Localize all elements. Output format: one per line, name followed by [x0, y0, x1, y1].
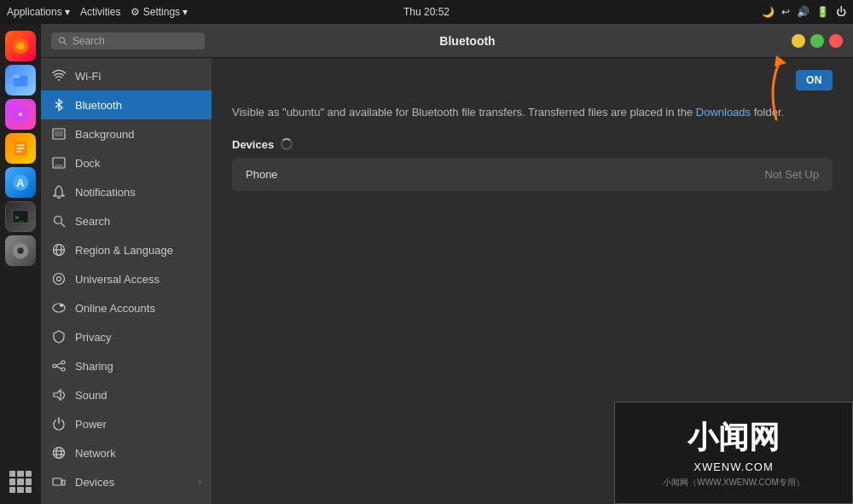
svg-point-6	[19, 113, 22, 116]
sidebar-label-bluetooth: Bluetooth	[75, 99, 122, 112]
settings-search[interactable]	[51, 32, 205, 49]
svg-rect-44	[62, 480, 65, 485]
search-sidebar-icon	[51, 213, 67, 229]
online-icon	[51, 300, 67, 316]
bluetooth-toggle[interactable]: ON	[796, 70, 833, 90]
svg-line-18	[64, 42, 67, 44]
maximize-button[interactable]: □	[810, 34, 824, 48]
svg-point-32	[60, 304, 63, 307]
close-button[interactable]: ×	[829, 34, 843, 48]
sidebar-item-sharing[interactable]: Sharing	[41, 351, 212, 380]
svg-point-17	[59, 37, 64, 42]
minimize-button[interactable]: −	[792, 34, 805, 48]
bluetooth-icon	[51, 97, 67, 113]
dock-settings[interactable]	[5, 235, 36, 266]
table-row[interactable]: Phone Not Set Up	[232, 158, 833, 191]
devices-table: Phone Not Set Up	[232, 158, 833, 191]
svg-marker-38	[54, 390, 61, 400]
devices-arrow-icon: ›	[199, 478, 201, 487]
sharing-icon	[51, 358, 67, 374]
app-dock: A >_	[0, 24, 41, 504]
svg-rect-9	[16, 148, 24, 149]
settings-menu[interactable]: ⚙ Settings ▾	[131, 6, 188, 18]
sidebar-item-power[interactable]: Power	[41, 409, 212, 438]
sidebar-item-search[interactable]: Search	[41, 206, 212, 235]
sidebar-label-online: Online Accounts	[75, 302, 155, 315]
device-name: Phone	[246, 168, 764, 181]
sidebar-item-background[interactable]: Background	[41, 119, 212, 148]
sidebar-label-devices: Devices	[75, 476, 114, 489]
svg-rect-3	[14, 76, 20, 78]
titlebar-left	[51, 32, 205, 49]
titlebar: Bluetooth − □ ×	[41, 24, 853, 58]
settings-sidebar: Wi-Fi Bluetooth Background Dock	[41, 58, 212, 504]
dock-icon-sidebar	[51, 155, 67, 171]
sidebar-item-bluetooth[interactable]: Bluetooth	[41, 90, 212, 119]
dock-music[interactable]	[5, 99, 36, 130]
sidebar-item-network[interactable]: Network	[41, 438, 212, 467]
dock-pages[interactable]	[5, 133, 36, 164]
sound-icon	[51, 387, 67, 403]
topbar-left: Applications ▾ Activities ⚙ Settings ▾	[7, 6, 188, 18]
svg-point-30	[57, 277, 61, 281]
activities-button[interactable]: Activities	[80, 6, 120, 18]
svg-line-25	[61, 223, 65, 227]
sidebar-item-dock[interactable]: Dock	[41, 148, 212, 177]
dock-appstore[interactable]: A	[5, 167, 36, 198]
sidebar-item-privacy[interactable]: Privacy	[41, 322, 212, 351]
sidebar-item-universal[interactable]: Universal Access	[41, 264, 212, 293]
downloads-link[interactable]: Downloads	[696, 106, 751, 119]
topbar-right: 🌙 ↩ 🔊 🔋 ⏻	[762, 6, 846, 18]
svg-point-40	[56, 448, 61, 459]
svg-rect-23	[55, 165, 63, 167]
devices-section-header: Devices	[232, 138, 833, 151]
sidebar-item-wifi[interactable]: Wi-Fi	[41, 61, 212, 90]
sidebar-item-sound[interactable]: Sound	[41, 380, 212, 409]
battery-icon: 🔋	[816, 6, 829, 18]
svg-line-36	[56, 363, 61, 366]
sidebar-label-sound: Sound	[75, 389, 107, 402]
sidebar-item-online[interactable]: Online Accounts	[41, 293, 212, 322]
sidebar-label-wifi: Wi-Fi	[75, 70, 101, 83]
return-icon: ↩	[781, 6, 790, 18]
search-input[interactable]	[73, 35, 198, 47]
svg-rect-8	[16, 144, 24, 146]
dock-grid-button[interactable]	[5, 466, 36, 497]
network-icon	[51, 445, 67, 461]
svg-rect-21	[55, 130, 63, 136]
sidebar-item-region[interactable]: Region & Language	[41, 235, 212, 264]
svg-rect-10	[16, 151, 21, 153]
watermark: 小闻网 XWENW.COM 小闻网（WWW.XWENW.COM专用）	[614, 402, 853, 504]
sidebar-item-devices[interactable]: Devices ›	[41, 467, 212, 496]
svg-point-29	[54, 274, 65, 285]
svg-line-37	[56, 367, 61, 369]
sidebar-label-notifications: Notifications	[75, 186, 136, 199]
universal-icon	[51, 271, 67, 287]
moon-icon: 🌙	[762, 6, 775, 18]
topbar-clock: Thu 20:52	[403, 6, 450, 18]
sidebar-item-notifications[interactable]: Notifications	[41, 177, 212, 206]
svg-text:>_: >_	[15, 213, 24, 222]
dock-terminal[interactable]: >_	[5, 201, 36, 232]
region-icon	[51, 242, 67, 258]
privacy-icon	[51, 329, 67, 345]
sidebar-label-power: Power	[75, 418, 107, 431]
svg-point-35	[61, 368, 65, 371]
dock-finder[interactable]	[5, 65, 36, 96]
svg-point-1	[16, 42, 24, 49]
dock-firefox[interactable]	[5, 31, 36, 61]
svg-point-19	[58, 79, 60, 81]
sidebar-label-search: Search	[75, 215, 110, 228]
applications-menu[interactable]: Applications ▾	[7, 6, 70, 18]
svg-point-16	[17, 247, 23, 253]
svg-point-39	[54, 448, 65, 459]
sidebar-label-region: Region & Language	[75, 244, 173, 257]
sidebar-label-dock: Dock	[75, 157, 101, 170]
notifications-icon	[51, 184, 67, 200]
background-icon	[51, 126, 67, 142]
loading-spinner	[281, 138, 293, 150]
svg-rect-43	[53, 478, 61, 485]
watermark-chinese: 小闻网	[688, 417, 780, 459]
search-icon	[58, 36, 67, 46]
sidebar-label-privacy: Privacy	[75, 331, 112, 344]
